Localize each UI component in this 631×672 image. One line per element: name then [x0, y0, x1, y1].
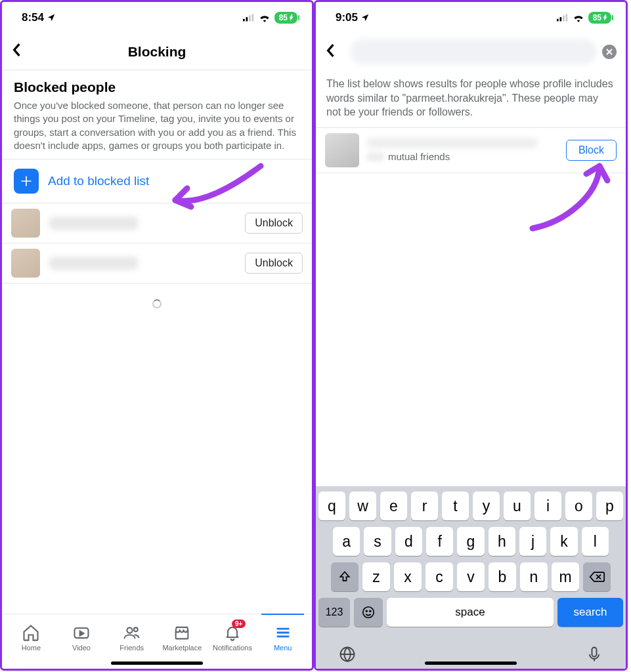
ios-keyboard: q w e r t y u i o p a s d f g h j k l z — [316, 486, 626, 669]
svg-rect-15 — [592, 648, 597, 657]
battery-indicator: 85 — [588, 12, 611, 24]
status-time: 8:54 — [22, 11, 44, 24]
key-j[interactable]: j — [519, 527, 546, 556]
key-n[interactable]: n — [520, 562, 548, 591]
svg-rect-8 — [559, 17, 561, 21]
status-time: 9:05 — [336, 11, 358, 24]
redacted-name — [49, 217, 138, 230]
key-z[interactable]: z — [362, 562, 390, 591]
svg-rect-7 — [557, 19, 559, 22]
key-k[interactable]: k — [550, 527, 577, 556]
svg-point-6 — [134, 627, 138, 631]
tab-home[interactable]: Home — [6, 618, 56, 657]
svg-rect-3 — [251, 14, 253, 22]
add-label: Add to blocked list — [48, 174, 149, 188]
unblock-button[interactable]: Unblock — [245, 213, 303, 234]
key-d[interactable]: d — [395, 527, 422, 556]
key-c[interactable]: c — [425, 562, 453, 591]
mic-icon[interactable] — [585, 645, 603, 663]
shift-key[interactable] — [331, 562, 359, 591]
svg-rect-2 — [249, 15, 251, 21]
key-a[interactable]: a — [333, 527, 360, 556]
section-title: Blocked people — [14, 79, 300, 95]
unblock-button[interactable]: Unblock — [245, 253, 303, 274]
blocked-people-section: Blocked people Once you've blocked someo… — [2, 70, 312, 159]
location-icon — [360, 13, 370, 22]
search-results-description: The list below shows results for people … — [316, 70, 626, 128]
key-r[interactable]: r — [411, 492, 438, 520]
backspace-key[interactable] — [583, 562, 611, 591]
svg-rect-0 — [243, 19, 245, 22]
avatar — [325, 133, 359, 167]
keyboard-footer — [318, 633, 623, 665]
key-p[interactable]: p — [596, 492, 623, 520]
tab-video[interactable]: Video — [56, 618, 107, 657]
key-o[interactable]: o — [565, 492, 592, 520]
wifi-icon — [573, 13, 584, 22]
phone-blocking-screen: 8:54 85 Blocking Blocked people Once you… — [0, 0, 314, 671]
home-indicator[interactable] — [111, 662, 203, 665]
svg-point-12 — [366, 610, 367, 612]
back-button[interactable] — [11, 41, 31, 62]
page-title: Blocking — [2, 44, 312, 60]
phone-search-screen: 9:05 85 The list below shows results for… — [314, 0, 628, 671]
loading-spinner — [152, 299, 162, 308]
avatar — [11, 209, 40, 238]
key-t[interactable]: t — [442, 492, 469, 520]
notification-badge: 9+ — [232, 620, 246, 628]
key-g[interactable]: g — [457, 527, 484, 556]
key-l[interactable]: l — [582, 527, 609, 556]
clear-search-button[interactable] — [602, 45, 617, 59]
key-w[interactable]: w — [349, 492, 376, 520]
redacted-name — [49, 257, 138, 270]
tab-notifications[interactable]: 9+ Notifications — [207, 618, 258, 657]
globe-icon[interactable] — [338, 645, 357, 663]
key-s[interactable]: s — [364, 527, 391, 556]
key-h[interactable]: h — [489, 527, 515, 556]
home-indicator[interactable] — [425, 662, 517, 665]
tab-menu[interactable]: Menu — [257, 618, 308, 657]
mutual-friends-label: mutual friends — [367, 151, 558, 162]
plus-icon — [14, 169, 39, 194]
key-i[interactable]: i — [534, 492, 561, 520]
section-description: Once you've blocked someone, that person… — [14, 99, 300, 152]
key-q[interactable]: q — [318, 492, 345, 520]
key-y[interactable]: y — [473, 492, 500, 520]
signal-icon — [557, 14, 569, 22]
redacted-name — [367, 138, 538, 148]
key-f[interactable]: f — [426, 527, 453, 556]
search-key[interactable]: search — [557, 598, 623, 627]
keyboard-row-1: q w e r t y u i o p — [318, 492, 623, 520]
blocked-person-row: Unblock — [2, 203, 312, 243]
svg-rect-1 — [246, 17, 248, 21]
space-key[interactable]: space — [387, 598, 554, 627]
status-bar: 8:54 85 — [2, 2, 312, 33]
keyboard-row-3: z x c v b n m — [318, 562, 623, 591]
block-button[interactable]: Block — [566, 140, 617, 161]
search-input[interactable] — [350, 39, 597, 64]
back-button[interactable] — [325, 42, 345, 62]
location-icon — [47, 13, 56, 22]
search-result-row: mutual friends Block — [316, 128, 626, 173]
nav-header: Blocking — [2, 33, 312, 70]
emoji-key[interactable] — [354, 598, 383, 627]
key-x[interactable]: x — [394, 562, 422, 591]
svg-rect-10 — [565, 14, 567, 22]
keyboard-row-2: a s d f g h j k l — [318, 527, 623, 556]
wifi-icon — [259, 13, 271, 22]
status-bar: 9:05 85 — [316, 2, 626, 33]
signal-icon — [243, 14, 255, 22]
key-u[interactable]: u — [504, 492, 531, 520]
key-v[interactable]: v — [457, 562, 485, 591]
battery-indicator: 85 — [274, 12, 297, 24]
keyboard-row-4: 123 space search — [318, 598, 623, 627]
add-to-blocked-list-button[interactable]: Add to blocked list — [2, 159, 312, 203]
key-e[interactable]: e — [380, 492, 407, 520]
tab-friends[interactable]: Friends — [106, 618, 157, 657]
key-b[interactable]: b — [489, 562, 516, 591]
numbers-key[interactable]: 123 — [318, 598, 350, 627]
key-m[interactable]: m — [552, 562, 579, 591]
avatar — [11, 249, 40, 278]
svg-point-5 — [127, 627, 132, 633]
tab-marketplace[interactable]: Marketplace — [157, 618, 207, 657]
